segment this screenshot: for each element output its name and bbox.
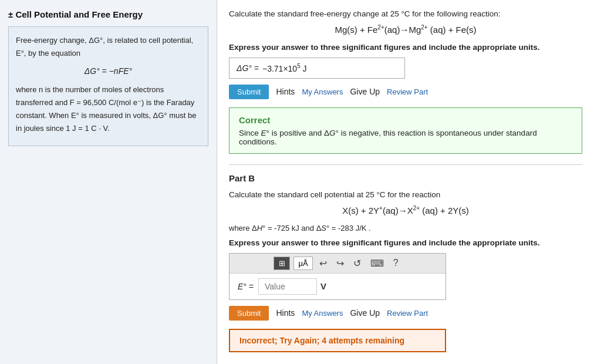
part-a-instruction: Express your answer to three significant… bbox=[229, 43, 582, 52]
part-b-question: Calculate the standard cell potential at… bbox=[229, 190, 582, 199]
part-b-submit-button[interactable]: Submit bbox=[229, 306, 269, 321]
keyboard-button[interactable]: ⌨ bbox=[367, 257, 387, 270]
part-b-value-input[interactable] bbox=[258, 278, 317, 295]
part-a-question: Calculate the standard free-energy chang… bbox=[229, 9, 582, 18]
part-a-submit-button[interactable]: Submit bbox=[229, 85, 269, 99]
input-field-row: E° = V bbox=[230, 274, 446, 299]
part-a-answer-box: ΔG° = −3.71×105 J bbox=[229, 58, 405, 79]
reset-button[interactable]: ↺ bbox=[350, 257, 364, 270]
part-a-review-part-button[interactable]: Review Part bbox=[387, 87, 428, 96]
part-b-title: Part B bbox=[229, 173, 582, 183]
incorrect-text: Incorrect; Try Again; 4 attempts remaini… bbox=[239, 336, 404, 345]
part-b-give-up-label: Give Up bbox=[350, 308, 380, 318]
input-toolbar: ⊞ μÅ ↩ ↪ ↺ ⌨ ? bbox=[230, 254, 446, 274]
sidebar-para1: Free-energy change, ΔG°, is related to c… bbox=[16, 34, 201, 60]
hints-label: Hints bbox=[276, 87, 295, 96]
part-b-actions: Submit Hints My Answers Give Up Review P… bbox=[229, 306, 582, 321]
section-divider bbox=[229, 164, 582, 165]
correct-text: Since E° is positive and ΔG° is negative… bbox=[239, 129, 572, 146]
undo-button[interactable]: ↩ bbox=[316, 257, 330, 270]
sidebar-para2: where n is the number of moles of electr… bbox=[16, 83, 201, 135]
part-a-my-answers-button[interactable]: My Answers bbox=[302, 87, 343, 96]
field-label: E° = bbox=[238, 282, 254, 291]
part-b-input-widget: ⊞ μÅ ↩ ↪ ↺ ⌨ ? E° = V bbox=[229, 253, 446, 300]
mu-button[interactable]: μÅ bbox=[293, 257, 312, 270]
part-a-answer-value: −3.71×105 J bbox=[262, 63, 307, 73]
part-a: Calculate the standard free-energy chang… bbox=[229, 9, 582, 154]
part-a-actions: Submit Hints My Answers Give Up Review P… bbox=[229, 85, 582, 99]
part-b-instruction: Express your answer to three significant… bbox=[229, 238, 582, 247]
part-b: Part B Calculate the standard cell poten… bbox=[229, 173, 582, 352]
part-a-reaction: Mg(s) + Fe2+(aq)→Mg2+ (aq) + Fe(s) bbox=[229, 24, 582, 35]
matrix-button[interactable]: ⊞ bbox=[274, 257, 290, 270]
part-a-answer-label: ΔG° = bbox=[237, 63, 259, 73]
sidebar: ± Cell Potential and Free Energy Free-en… bbox=[0, 0, 217, 364]
part-b-hints-label: Hints bbox=[276, 308, 295, 318]
part-b-where: where ΔH° = -725 kJ and ΔS° = -283 J/K . bbox=[229, 224, 582, 232]
field-unit: V bbox=[320, 281, 326, 291]
sidebar-equation: ΔG° = −nFE° bbox=[16, 65, 201, 79]
sidebar-title: ± Cell Potential and Free Energy bbox=[8, 9, 208, 19]
help-button[interactable]: ? bbox=[390, 257, 401, 269]
sidebar-content: Free-energy change, ΔG°, is related to c… bbox=[8, 26, 208, 146]
part-a-give-up-label: Give Up bbox=[350, 87, 380, 96]
part-b-review-part-button[interactable]: Review Part bbox=[387, 309, 428, 318]
main-content: Calculate the standard free-energy chang… bbox=[217, 0, 594, 364]
redo-button[interactable]: ↪ bbox=[333, 257, 347, 270]
incorrect-box: Incorrect; Try Again; 4 attempts remaini… bbox=[229, 329, 446, 352]
part-b-reaction: X(s) + 2Y+(aq)→X2+ (aq) + 2Y(s) bbox=[229, 205, 582, 215]
part-b-my-answers-button[interactable]: My Answers bbox=[302, 309, 343, 318]
correct-title: Correct bbox=[239, 115, 572, 125]
correct-box: Correct Since E° is positive and ΔG° is … bbox=[229, 107, 582, 154]
